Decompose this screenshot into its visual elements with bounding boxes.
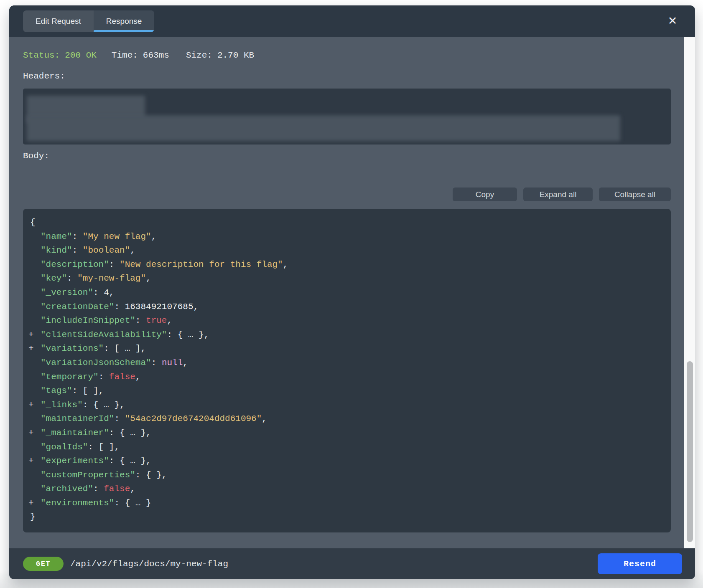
code-line: "temporary": false, — [23, 370, 662, 384]
code-token-key: "key" — [41, 274, 67, 283]
redacted-header-content — [27, 115, 620, 141]
code-token-punc: : — [72, 246, 83, 255]
size-label: Size: — [186, 51, 212, 60]
expand-node-icon[interactable]: + — [28, 454, 34, 468]
code-token-key: "_links" — [41, 400, 83, 410]
code-line: "kind": "boolean", — [23, 243, 662, 258]
code-token-punc: , — [109, 288, 115, 297]
code-token-punc: : [ ], — [72, 386, 104, 395]
code-token-punc: , — [262, 414, 267, 423]
code-token-key: "environments" — [41, 498, 114, 508]
code-token-punc: , — [135, 372, 141, 382]
close-icon[interactable]: ✕ — [665, 14, 680, 29]
code-token-key: "description" — [41, 260, 109, 269]
collapse-all-button[interactable]: Collapse all — [599, 188, 671, 201]
code-token-key: "variationJsonSchema" — [41, 358, 151, 368]
code-token-punc: , — [193, 302, 199, 312]
tab-response[interactable]: Response — [94, 10, 155, 32]
size-value: 2.70 KB — [217, 51, 254, 60]
code-token-punc: : { … }, — [109, 428, 151, 438]
code-token-punc: , — [146, 274, 151, 283]
tab-edit-request-label: Edit Request — [36, 17, 81, 26]
code-token-key: "kind" — [41, 246, 72, 255]
headers-box — [23, 89, 671, 144]
code-token-punc: : { … }, — [167, 330, 209, 340]
response-panel: Status: 200 OK Time: 663ms Size: 2.70 KB… — [9, 37, 695, 548]
code-token-bool: true — [146, 316, 167, 325]
code-line: +"_maintainer": { … }, — [23, 426, 662, 440]
code-token-punc: : { … }, — [83, 400, 125, 410]
code-line: "tags": [ ], — [23, 384, 662, 398]
code-token-punc: : [ … ], — [104, 344, 146, 353]
code-token-str: "54ac2d97de674204ddd61096" — [125, 414, 262, 423]
code-token-punc: : — [151, 358, 162, 368]
code-token-punc: : — [135, 316, 146, 325]
resend-button[interactable]: Resend — [598, 553, 682, 574]
expand-node-icon[interactable]: + — [28, 328, 34, 342]
method-badge: GET — [23, 557, 64, 571]
code-line: +"variations": [ … ], — [23, 342, 662, 356]
active-tab-indicator — [94, 30, 155, 32]
expand-node-icon[interactable]: + — [28, 398, 34, 412]
code-token-key: "experiments" — [41, 456, 109, 466]
copy-button[interactable]: Copy — [453, 188, 517, 201]
code-line: } — [23, 510, 662, 524]
expand-node-icon[interactable]: + — [28, 426, 34, 440]
code-token-str: "my-new-flag" — [77, 274, 146, 283]
code-line: +"experiments": { … }, — [23, 454, 662, 468]
code-line: "name": "My new flag", — [23, 230, 662, 244]
expand-node-icon[interactable]: + — [28, 342, 34, 356]
status-label: Status: — [23, 51, 60, 60]
code-token-punc: : — [114, 302, 125, 312]
status-row: Status: 200 OK Time: 663ms Size: 2.70 KB — [23, 51, 671, 60]
code-token-key: "archived" — [41, 484, 93, 494]
json-body-viewer: {"name": "My new flag","kind": "boolean"… — [23, 209, 671, 532]
headers-label: Headers: — [23, 71, 671, 81]
code-token-key: "maintainerId" — [41, 414, 114, 423]
code-line: "archived": false, — [23, 482, 662, 496]
expand-all-button[interactable]: Expand all — [523, 188, 593, 201]
code-token-key: "includeInSnippet" — [41, 316, 135, 325]
body-label: Body: — [23, 151, 671, 161]
code-token-punc: , — [130, 484, 135, 494]
scrollbar-thumb[interactable] — [687, 361, 693, 542]
tab-edit-request[interactable]: Edit Request — [23, 10, 94, 32]
code-token-str: "New description for this flag" — [120, 260, 283, 269]
status-value: 200 OK — [65, 51, 97, 60]
code-line: "_version": 4, — [23, 286, 662, 300]
code-token-punc: : — [93, 288, 104, 297]
request-response-modal: Edit Request Response ✕ Status: 200 OK T… — [9, 5, 695, 579]
code-line: { — [23, 215, 662, 230]
code-token-bool: false — [104, 484, 130, 494]
code-line: "variationJsonSchema": null, — [23, 356, 662, 370]
code-token-punc: : — [109, 260, 120, 269]
tab-response-label: Response — [106, 17, 142, 26]
body-toolbar: Copy Expand all Collapse all — [23, 188, 671, 201]
code-token-punc: , — [151, 232, 157, 241]
expand-node-icon[interactable]: + — [28, 496, 34, 510]
code-line: "goalIds": [ ], — [23, 440, 662, 454]
code-token-punc: : [ ], — [88, 442, 120, 452]
code-token-key: "customProperties" — [41, 470, 135, 480]
code-line: "key": "my-new-flag", — [23, 271, 662, 286]
code-line: "customProperties": { }, — [23, 468, 662, 482]
code-token-key: "_version" — [41, 288, 93, 297]
scrollbar-track[interactable] — [684, 37, 695, 548]
modal-header: Edit Request Response ✕ — [9, 5, 695, 37]
code-token-key: "name" — [41, 232, 72, 241]
code-token-punc: , — [283, 260, 288, 269]
code-token-punc: : { … }, — [109, 456, 151, 466]
code-token-punc: : — [114, 414, 125, 423]
request-url: /api/v2/flags/docs/my-new-flag — [70, 559, 228, 569]
code-line: "maintainerId": "54ac2d97de674204ddd6109… — [23, 412, 662, 426]
code-token-punc: , — [130, 246, 135, 255]
code-token-punc: { — [30, 218, 36, 227]
code-token-key: "creationDate" — [41, 302, 114, 312]
code-token-punc: : — [93, 484, 104, 494]
code-token-punc: : — [67, 274, 77, 283]
code-token-punc: , — [183, 358, 188, 368]
code-line: +"clientSideAvailability": { … }, — [23, 328, 662, 342]
request-bar: GET /api/v2/flags/docs/my-new-flag Resen… — [9, 548, 695, 579]
tab-group: Edit Request Response — [23, 10, 154, 32]
code-token-str: "My new flag" — [83, 232, 151, 241]
